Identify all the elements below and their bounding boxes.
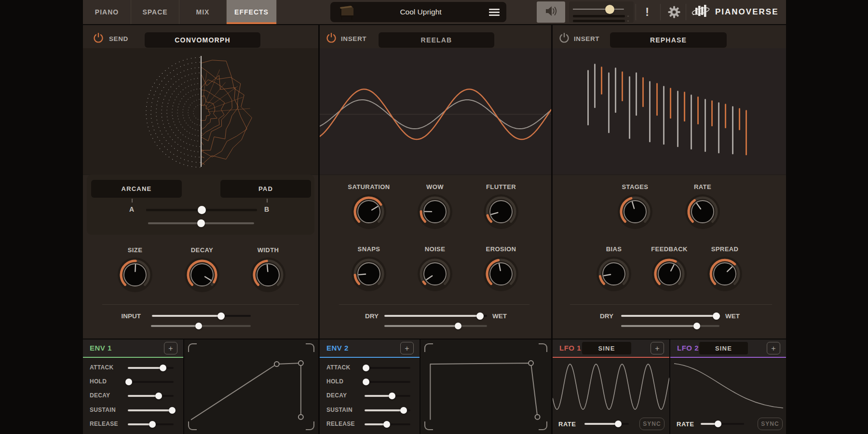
morph-box: ARCANE PAD A B xyxy=(87,175,314,235)
knob-feedback[interactable] xyxy=(650,255,689,293)
release-slider[interactable] xyxy=(365,423,410,425)
knob-label-spread: SPREAD xyxy=(691,245,759,253)
speaker-button[interactable] xyxy=(537,1,565,23)
decay-slider[interactable] xyxy=(365,395,410,397)
source-a-button[interactable]: ARCANE xyxy=(91,180,182,198)
slider-thumb[interactable] xyxy=(389,393,395,399)
knob-wow[interactable] xyxy=(416,192,454,231)
knob-decay[interactable] xyxy=(183,256,221,294)
slider-thumb[interactable] xyxy=(198,206,206,214)
slider-thumb[interactable] xyxy=(713,312,720,320)
slider-thumb[interactable] xyxy=(615,420,622,427)
env2-graph[interactable] xyxy=(420,339,551,434)
sync-button[interactable]: SYNC xyxy=(758,418,783,430)
knob-width[interactable] xyxy=(249,256,287,294)
knob-erosion[interactable] xyxy=(482,255,520,293)
envelope-node[interactable] xyxy=(298,415,303,420)
slider-fill xyxy=(621,315,717,317)
slider-thumb[interactable] xyxy=(693,323,700,329)
effect-title-button[interactable]: CONVOMORPH xyxy=(145,32,260,48)
env1-graph[interactable] xyxy=(184,339,318,434)
slider-thumb[interactable] xyxy=(217,312,225,320)
morph-slider[interactable] xyxy=(146,209,257,211)
tab-effects[interactable]: EFFECTS xyxy=(227,0,277,24)
knob-stages[interactable] xyxy=(616,192,654,231)
hold-slider[interactable] xyxy=(128,381,174,383)
attack-slider[interactable] xyxy=(128,367,174,369)
hold-slider[interactable] xyxy=(365,381,410,383)
sync-button[interactable]: SYNC xyxy=(639,418,665,430)
morph-a-label: A xyxy=(125,205,138,213)
lfo-shape-button[interactable]: SINE xyxy=(582,342,631,354)
slider-label-hold: HOLD xyxy=(90,378,107,385)
envelope-node[interactable] xyxy=(535,415,540,420)
slider-thumb[interactable] xyxy=(125,379,132,385)
preset-selector[interactable]: Cool Upright xyxy=(330,2,506,22)
slider-thumb[interactable] xyxy=(400,407,407,414)
speaker-icon xyxy=(544,5,558,19)
release-slider[interactable] xyxy=(128,423,174,425)
effect-title-button[interactable]: REELAB xyxy=(379,32,494,48)
knob-label-flutter: FLUTTER xyxy=(467,183,535,190)
slider-thumb[interactable] xyxy=(715,420,721,427)
tab-piano[interactable]: PIANO xyxy=(83,0,131,24)
lfo-shape-button[interactable]: SINE xyxy=(699,342,748,354)
slider-thumb[interactable] xyxy=(363,379,369,385)
knob-saturation[interactable] xyxy=(350,192,388,231)
envelope-node[interactable] xyxy=(274,362,279,366)
knob-flutter[interactable] xyxy=(482,192,520,231)
dry-wet-secondary-slider[interactable] xyxy=(384,325,487,327)
add-button[interactable]: + xyxy=(767,342,780,354)
envelope-node[interactable] xyxy=(529,361,533,366)
slider-thumb[interactable] xyxy=(169,407,176,414)
knob-bias[interactable] xyxy=(595,255,633,293)
volume-slider[interactable] xyxy=(573,9,624,10)
effect-title-button[interactable]: REPHASE xyxy=(610,32,727,48)
menu-icon[interactable] xyxy=(489,9,500,17)
knob-label-noise: NOISE xyxy=(401,245,469,253)
knob-rate[interactable] xyxy=(683,192,722,231)
sustain-slider[interactable] xyxy=(365,409,410,411)
dry-wet-slider[interactable] xyxy=(384,315,487,317)
tab-mix[interactable]: MIX xyxy=(179,0,227,24)
attack-slider[interactable] xyxy=(365,367,410,369)
reelab-wave-display xyxy=(320,48,551,175)
slider-thumb[interactable] xyxy=(605,5,614,14)
slider-thumb[interactable] xyxy=(149,421,156,428)
slider-thumb[interactable] xyxy=(455,323,461,329)
rate-slider[interactable] xyxy=(584,423,629,425)
dry-wet-secondary-slider[interactable] xyxy=(621,325,719,327)
morph-depth-slider[interactable] xyxy=(148,222,254,224)
alert-icon[interactable]: ! xyxy=(637,0,657,24)
input-secondary-slider[interactable] xyxy=(151,325,251,327)
knob-noise[interactable] xyxy=(416,255,454,293)
slider-fill xyxy=(148,222,201,224)
slider-fill xyxy=(151,325,199,327)
slider-thumb[interactable] xyxy=(383,421,390,428)
power-icon[interactable] xyxy=(558,32,570,45)
add-button[interactable]: + xyxy=(400,342,414,354)
rate-slider[interactable] xyxy=(701,423,744,425)
knob-snaps[interactable] xyxy=(350,255,388,293)
input-slider[interactable] xyxy=(152,315,251,317)
slider-thumb[interactable] xyxy=(476,312,484,320)
slider-thumb[interactable] xyxy=(160,365,166,371)
knob-size[interactable] xyxy=(116,256,154,294)
envelope-node[interactable] xyxy=(298,361,303,366)
source-b-button[interactable]: PAD xyxy=(220,180,311,198)
add-button[interactable]: + xyxy=(651,342,664,354)
knob-spread[interactable] xyxy=(705,255,744,293)
panel-reelab: INSERT REELAB DRY WET SATURATIONWOWFLUTT… xyxy=(320,25,551,339)
decay-slider[interactable] xyxy=(128,395,174,397)
gear-icon[interactable] xyxy=(667,5,681,21)
sustain-slider[interactable] xyxy=(128,409,174,411)
slider-thumb[interactable] xyxy=(195,323,202,329)
slider-thumb[interactable] xyxy=(197,219,205,227)
dry-wet-slider[interactable] xyxy=(621,315,719,317)
add-button[interactable]: + xyxy=(164,342,177,354)
tab-space[interactable]: SPACE xyxy=(131,0,179,24)
slider-thumb[interactable] xyxy=(155,393,162,399)
power-icon[interactable] xyxy=(93,32,104,45)
slider-thumb[interactable] xyxy=(363,365,369,371)
power-icon[interactable] xyxy=(326,32,337,45)
